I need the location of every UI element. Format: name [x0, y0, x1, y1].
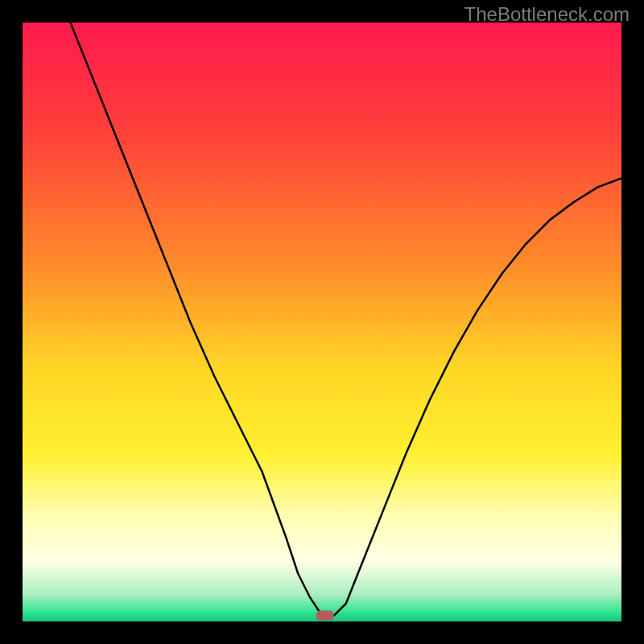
bottleneck-chart [23, 23, 621, 621]
watermark-text: TheBottleneck.com [464, 3, 630, 26]
chart-background [23, 23, 621, 621]
chart-svg [23, 23, 621, 621]
optimal-point-marker [316, 611, 334, 621]
